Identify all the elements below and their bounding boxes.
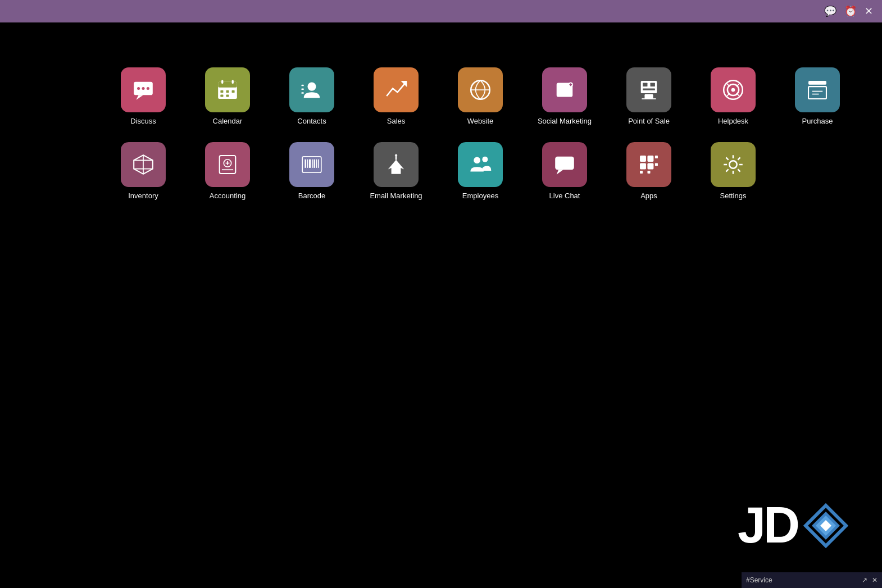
statusbar-channel: #Service [746, 576, 772, 584]
contacts-icon [289, 67, 334, 112]
svg-rect-67 [640, 156, 646, 162]
settings-icon [711, 142, 756, 187]
svg-point-66 [567, 162, 570, 165]
app-item-inventory[interactable]: Inventory [110, 142, 177, 200]
statusbar-close-icon[interactable]: ✕ [872, 576, 878, 584]
live-chat-label: Live Chat [549, 192, 580, 200]
app-item-apps[interactable]: Apps [615, 142, 683, 200]
svg-point-35 [731, 88, 735, 92]
svg-point-65 [563, 162, 566, 165]
statusbar-controls: ↗ ✕ [862, 576, 878, 584]
svg-rect-15 [302, 85, 304, 86]
svg-rect-26 [643, 88, 655, 90]
purchase-label: Purchase [802, 117, 833, 125]
close-icon[interactable]: ✕ [865, 5, 873, 17]
svg-rect-74 [647, 171, 650, 174]
expand-icon[interactable]: ↗ [862, 576, 867, 584]
app-item-discuss[interactable]: Discuss [110, 67, 177, 125]
sales-label: Sales [387, 117, 406, 125]
svg-rect-55 [316, 159, 317, 168]
svg-marker-57 [388, 160, 404, 174]
barcode-icon [289, 142, 334, 187]
svg-rect-68 [647, 156, 653, 162]
svg-rect-51 [307, 159, 308, 168]
sales-icon [374, 67, 419, 112]
logo-area: JD [738, 496, 848, 554]
settings-label: Settings [720, 192, 747, 200]
svg-rect-54 [313, 159, 315, 168]
svg-point-61 [482, 157, 488, 162]
website-label: Website [467, 117, 494, 125]
point-of-sale-icon [626, 67, 671, 112]
point-of-sale-label: Point of Sale [628, 117, 670, 125]
svg-rect-10 [226, 90, 229, 93]
app-item-barcode[interactable]: Barcode [278, 142, 345, 200]
app-item-purchase[interactable]: Purchase [784, 67, 851, 125]
svg-point-3 [142, 87, 144, 90]
app-item-settings[interactable]: Settings [699, 142, 767, 200]
svg-rect-9 [220, 90, 223, 93]
employees-icon [458, 142, 503, 187]
apps-icon [626, 142, 671, 187]
app-item-calendar[interactable]: Calendar [194, 67, 261, 125]
employees-label: Employees [462, 192, 498, 200]
svg-marker-63 [557, 170, 563, 174]
svg-rect-24 [643, 83, 647, 86]
svg-rect-70 [647, 163, 653, 169]
svg-rect-69 [640, 163, 646, 169]
svg-point-14 [307, 83, 316, 91]
svg-rect-16 [302, 88, 304, 90]
svg-rect-6 [218, 82, 237, 88]
app-item-helpdesk[interactable]: Helpdesk [699, 67, 767, 125]
svg-rect-37 [808, 86, 826, 99]
svg-marker-59 [394, 154, 397, 156]
app-item-live-chat[interactable]: Live Chat [531, 142, 598, 200]
purchase-icon [795, 67, 840, 112]
svg-rect-73 [640, 171, 643, 174]
logo-diamond-icon [803, 503, 848, 548]
apps-grid: DiscussCalendarContactsSalesWebsiteSocia… [0, 22, 882, 217]
svg-point-4 [147, 87, 149, 90]
app-item-email-marketing[interactable]: Email Marketing [362, 142, 430, 200]
svg-point-64 [560, 162, 562, 165]
accounting-icon [205, 142, 250, 187]
svg-rect-52 [309, 159, 311, 168]
svg-rect-27 [644, 94, 653, 99]
svg-rect-53 [312, 159, 313, 168]
inventory-icon [121, 142, 166, 187]
svg-rect-72 [655, 163, 658, 166]
chat-icon[interactable]: 💬 [824, 5, 836, 17]
social-marketing-label: Social Marketing [538, 117, 592, 125]
svg-rect-11 [232, 90, 235, 93]
contacts-label: Contacts [297, 117, 326, 125]
svg-rect-25 [651, 83, 655, 86]
inventory-label: Inventory [128, 192, 158, 200]
apps-label: Apps [640, 192, 657, 200]
accounting-label: Accounting [210, 192, 245, 200]
app-item-accounting[interactable]: Accounting [194, 142, 261, 200]
help-icon[interactable]: ⏰ [844, 5, 857, 17]
website-icon [458, 67, 503, 112]
discuss-label: Discuss [130, 117, 156, 125]
svg-rect-8 [232, 80, 234, 84]
app-item-contacts[interactable]: Contacts [278, 67, 345, 125]
svg-marker-1 [136, 95, 143, 99]
app-item-point-of-sale[interactable]: Point of Sale [615, 67, 683, 125]
social-marketing-icon [542, 67, 587, 112]
svg-rect-7 [221, 80, 223, 84]
svg-point-2 [137, 87, 140, 90]
email-marketing-label: Email Marketing [370, 192, 422, 200]
app-item-employees[interactable]: Employees [447, 142, 514, 200]
discuss-icon [121, 67, 166, 112]
statusbar: #Service ↗ ✕ [742, 572, 882, 588]
helpdesk-label: Helpdesk [718, 117, 748, 125]
app-item-social-marketing[interactable]: Social Marketing [531, 67, 598, 125]
svg-point-60 [474, 157, 480, 164]
live-chat-icon [542, 142, 587, 187]
email-marketing-icon [374, 142, 419, 187]
calendar-label: Calendar [213, 117, 243, 125]
helpdesk-icon [711, 67, 756, 112]
app-item-sales[interactable]: Sales [362, 67, 430, 125]
app-item-website[interactable]: Website [447, 67, 514, 125]
calendar-icon [205, 67, 250, 112]
